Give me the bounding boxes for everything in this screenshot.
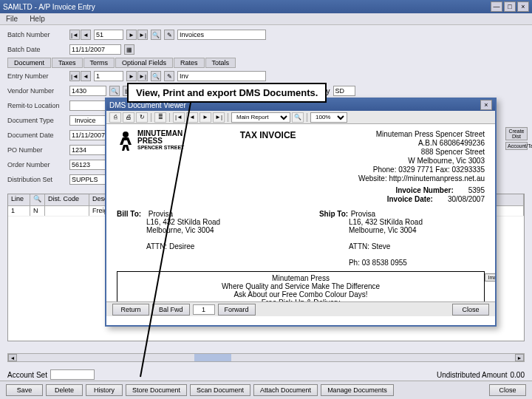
entry-desc-input[interactable]: [177, 71, 266, 81]
logo-sub: SPENCER STREET: [137, 145, 184, 150]
last-page-icon[interactable]: ►|: [213, 112, 225, 123]
next-record-icon[interactable]: ►: [126, 30, 137, 40]
account-set-label: Account Set: [7, 371, 47, 379]
document-content: MINUTEMAN PRESS SPENCER STREET TAX INVOI…: [106, 124, 495, 301]
inv-num-value: 5395: [468, 186, 485, 195]
side-panel: Create Dist Account/Tax: [505, 127, 528, 151]
viewer-toolbar: ⎙ 🖨 ↻ ≣ |◄ ◄ ► ►| Main Report 🔍 100%: [106, 111, 495, 124]
promo-box: Minuteman Press Where Quality and Servic…: [117, 271, 485, 301]
report-select[interactable]: Main Report: [231, 112, 290, 123]
svg-point-1: [123, 132, 129, 137]
remit-label: Remit-to Location: [7, 102, 66, 109]
batch-date-input[interactable]: [69, 44, 121, 55]
tab-rates[interactable]: Rates: [174, 58, 205, 68]
delete-button[interactable]: Delete: [46, 384, 83, 396]
prev-page-icon[interactable]: ◄: [186, 112, 198, 123]
document-viewer-window: DMS Document Viewer × ⎙ 🖨 ↻ ≣ |◄ ◄ ► ►| …: [105, 98, 497, 327]
menu-help[interactable]: Help: [30, 15, 45, 23]
search-icon[interactable]: 🔍: [151, 30, 161, 40]
logo-line2: PRESS: [137, 137, 184, 145]
inv-num-label: Invoice Number:: [395, 186, 453, 195]
vendor-number-input[interactable]: [69, 86, 106, 96]
create-dist-button[interactable]: Create Dist: [505, 127, 528, 140]
store-document-button[interactable]: Store Document: [126, 384, 187, 396]
entry-search-icon[interactable]: 🔍: [151, 71, 161, 81]
refresh-icon[interactable]: ↻: [136, 112, 148, 123]
print-icon[interactable]: 🖨: [123, 112, 134, 123]
account-tax-button[interactable]: Account/Tax: [505, 142, 528, 150]
tab-taxes[interactable]: Taxes: [52, 58, 83, 68]
export-icon[interactable]: ⎙: [109, 112, 121, 123]
entry-last-icon[interactable]: ►|: [137, 71, 148, 81]
vendor-number-label: Vendor Number: [7, 87, 66, 95]
maximize-button[interactable]: □: [504, 1, 516, 12]
grid-col-code: Dist. Code: [45, 194, 89, 205]
prev-record-icon[interactable]: ◄: [81, 30, 91, 40]
grid-col-line: Line: [8, 194, 30, 205]
first-record-icon[interactable]: |◄: [69, 30, 80, 40]
inv-date-value: 30/08/2007: [448, 195, 485, 204]
viewer-close-button[interactable]: Close: [452, 304, 489, 316]
bal-fwd-button[interactable]: Bal Fwd: [152, 304, 190, 316]
close-button[interactable]: ×: [517, 1, 529, 12]
account-set-input[interactable]: [50, 369, 95, 380]
image-button[interactable]: Image: [485, 273, 495, 282]
window-title: SAMLTD - A/P Invoice Entry: [3, 3, 95, 11]
menu-file[interactable]: File: [6, 15, 18, 23]
viewer-footer: Return Bal Fwd Forward Close: [106, 301, 495, 316]
entry-number-label: Entry Number: [7, 72, 66, 80]
tab-totals[interactable]: Totals: [205, 58, 236, 68]
ship-to-label: Ship To:: [319, 210, 349, 218]
company-info: Minuteman Press Spencer Street A.B.N 680…: [352, 130, 485, 204]
minimize-button[interactable]: —: [491, 1, 502, 12]
bill-to-block: Bill To: Provisa L16, 432 StKilda Road M…: [117, 210, 282, 267]
entry-number-input[interactable]: [94, 71, 123, 81]
last-record-icon[interactable]: ►|: [137, 30, 148, 40]
return-button[interactable]: Return: [112, 304, 149, 316]
first-page-icon[interactable]: |◄: [173, 112, 185, 123]
vendor-search-icon[interactable]: 🔍: [109, 86, 120, 96]
ship-to-block: Ship To: Provisa L16, 432 StKilda Road M…: [319, 210, 485, 267]
grid-col-icon: 🔍: [30, 194, 45, 205]
new-icon[interactable]: ✎: [164, 30, 174, 40]
scroll-thumb[interactable]: [194, 354, 231, 361]
currency-input[interactable]: [333, 86, 355, 96]
main-titlebar: SAMLTD - A/P Invoice Entry — □ ×: [0, 0, 532, 13]
pager-input[interactable]: [193, 304, 215, 315]
remit-input[interactable]: [69, 100, 106, 111]
scroll-right-icon[interactable]: ►: [515, 354, 524, 361]
entry-new-icon[interactable]: ✎: [164, 71, 174, 81]
horizontal-scrollbar[interactable]: ◄ ►: [7, 353, 525, 362]
batch-desc-input[interactable]: [177, 30, 266, 40]
undist-value: 0.00: [511, 371, 525, 379]
tab-terms[interactable]: Terms: [83, 58, 115, 68]
entry-first-icon[interactable]: |◄: [69, 71, 80, 81]
doc-date-label: Document Date: [7, 132, 66, 139]
menubar: File Help: [0, 13, 532, 25]
next-page-icon[interactable]: ►: [200, 112, 211, 123]
attach-document-button[interactable]: Attach Document: [253, 384, 318, 396]
undist-label: Undistributed Amount: [437, 371, 508, 379]
callout-box: View, Print and export DMS Documents.: [127, 83, 327, 103]
history-button[interactable]: History: [86, 384, 123, 396]
batch-number-input[interactable]: [94, 30, 123, 40]
manage-documents-button[interactable]: Manage Documents: [321, 384, 394, 396]
doc-type-label: Document Type: [7, 117, 66, 124]
batch-number-label: Batch Number: [7, 31, 66, 38]
scroll-left-icon[interactable]: ◄: [8, 354, 17, 361]
forward-button[interactable]: Forward: [218, 304, 256, 316]
entry-prev-icon[interactable]: ◄: [81, 71, 91, 81]
scan-document-button[interactable]: Scan Document: [190, 384, 250, 396]
tab-document[interactable]: Document: [7, 58, 51, 68]
find-icon[interactable]: 🔍: [292, 112, 304, 123]
calendar-icon[interactable]: ▦: [124, 44, 134, 55]
group-tree-icon[interactable]: ≣: [154, 112, 166, 123]
batch-date-label: Batch Date: [7, 46, 66, 53]
zoom-select[interactable]: 100%: [310, 112, 347, 123]
tab-optional[interactable]: Optional Fields: [115, 58, 173, 68]
main-close-button[interactable]: Close: [489, 384, 526, 396]
entry-next-icon[interactable]: ►: [126, 71, 137, 81]
window-controls: — □ ×: [491, 1, 529, 12]
save-button[interactable]: Save: [6, 384, 43, 396]
viewer-close-icon[interactable]: ×: [480, 100, 492, 110]
